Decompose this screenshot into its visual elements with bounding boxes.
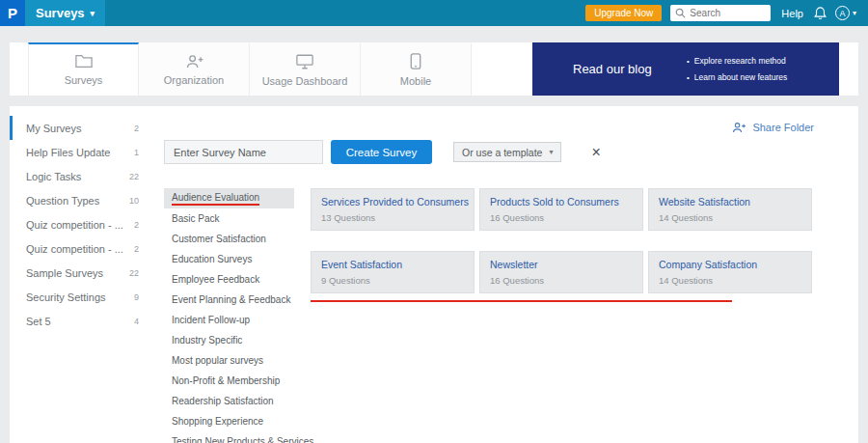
template-card-questions: 13 Questions [321,212,464,223]
sidebar-item-count: 4 [134,317,139,326]
person-plus-icon [731,122,746,133]
read-blog-banner[interactable]: Read our blog •Explore research method •… [532,42,839,96]
template-card-title: Website Satisfaction [659,196,801,208]
template-card-questions: 9 Questions [321,275,464,286]
sidebar-item-my-surveys[interactable]: My Surveys 2 [10,116,154,140]
account-menu[interactable]: A ▾ [835,6,856,20]
bullet-dot-icon: • [687,57,690,66]
sidebar-item-label: Set 5 [26,316,51,327]
template-card-questions: 16 Questions [490,275,633,286]
sidebar-item-question-types[interactable]: Question Types 10 [10,188,154,212]
sidebar-item-count: 22 [129,172,139,181]
help-link[interactable]: Help [781,8,803,19]
bullet-dot-icon: • [687,73,690,82]
share-folder-label: Share Folder [752,122,814,133]
template-card-questions: 14 Questions [659,212,801,223]
tab-label: Usage Dashboard [262,75,348,87]
create-survey-toolbar: Create Survey Or use a template ▾ × [164,140,601,164]
sidebar-item-logic-tasks[interactable]: Logic Tasks 22 [10,164,154,188]
global-search[interactable] [670,5,771,21]
chevron-down-icon: ▾ [91,9,95,18]
folders-sidebar: My Surveys 2 Help Files Update 1 Logic T… [10,116,154,333]
chevron-down-icon: ▾ [853,9,856,17]
category-testing-new-products[interactable]: Testing New Products & Services [164,431,294,443]
sidebar-item-count: 10 [129,196,139,206]
sidebar-item-quiz-competition-2[interactable]: Quiz competition - ... 2 [10,236,154,261]
sidebar-item-label: Sample Surveys [26,267,103,279]
tab-organization[interactable]: Organization [139,42,250,96]
template-category-list: Audience Evaluation Basic Pack Customer … [164,188,294,443]
top-bar: P Surveys ▾ Upgrade Now Help A ▾ [0,0,868,26]
sidebar-item-label: Logic Tasks [26,171,81,182]
tab-label: Mobile [400,75,431,87]
sidebar-item-count: 2 [134,244,139,254]
create-survey-button[interactable]: Create Survey [331,140,432,164]
tab-label: Surveys [65,74,103,86]
banner-bullet: •Learn about new features [687,72,787,82]
category-readership-satisfaction[interactable]: Readership Satisfaction [164,391,294,411]
template-card-title: Services Provided to Consumers [321,196,464,208]
sidebar-item-label: Quiz competition - ... [26,219,123,231]
tab-mobile[interactable]: Mobile [361,42,472,96]
template-card[interactable]: Website Satisfaction 14 Questions [648,188,812,231]
category-event-planning-feedback[interactable]: Event Planning & Feedback [164,290,294,310]
smartphone-icon [410,53,421,69]
template-card[interactable]: Services Provided to Consumers 13 Questi… [311,188,475,231]
template-card[interactable]: Newsletter 16 Questions [479,251,643,293]
tab-surveys[interactable]: Surveys [28,42,139,96]
people-plus-icon [184,54,204,69]
category-industry-specific[interactable]: Industry Specific [164,330,294,350]
template-dropdown-label: Or use a template [462,147,542,158]
product-menu[interactable]: Surveys ▾ [25,0,105,26]
sidebar-item-label: My Surveys [26,123,81,134]
search-input[interactable] [690,8,767,18]
sidebar-item-label: Help Files Update [26,147,110,158]
notifications-bell-icon[interactable] [814,6,827,20]
sidebar-item-count: 2 [134,124,139,133]
category-customer-satisfaction[interactable]: Customer Satisfaction [164,229,294,249]
banner-bullet: •Explore research method [687,56,787,66]
template-card[interactable]: Event Satisfaction 9 Questions [311,251,475,293]
category-basic-pack[interactable]: Basic Pack [164,208,294,229]
upgrade-now-button[interactable]: Upgrade Now [585,5,662,21]
category-audience-evaluation[interactable]: Audience Evaluation [164,188,294,208]
category-non-profit-membership[interactable]: Non-Profit & Membership [164,371,294,391]
share-folder-button[interactable]: Share Folder [731,122,814,133]
sidebar-item-count: 2 [134,220,139,230]
sidebar-item-count: 1 [134,148,139,157]
sidebar-item-help-files-update[interactable]: Help Files Update 1 [10,140,154,164]
template-card[interactable]: Products Sold to Consumers 16 Questions [479,188,643,231]
sidebar-item-label: Quiz competition - ... [26,243,123,255]
banner-bullets: •Explore research method •Learn about ne… [687,56,787,82]
category-education-surveys[interactable]: Education Surveys [164,249,294,269]
sidebar-item-label: Security Settings [26,291,106,303]
logo-letter: P [8,5,17,21]
category-most-popular-surveys[interactable]: Most popular surveys [164,350,294,371]
survey-name-input[interactable] [164,140,323,164]
main-panel: My Surveys 2 Help Files Update 1 Logic T… [10,106,858,443]
sidebar-item-security-settings[interactable]: Security Settings 9 [10,285,154,309]
app-logo[interactable]: P [0,0,25,26]
template-card[interactable]: Company Satisfaction 14 Questions [648,251,812,293]
search-icon [675,8,686,18]
close-icon[interactable]: × [591,145,600,160]
category-shopping-experience[interactable]: Shopping Experience [164,411,294,431]
product-menu-label: Surveys [36,6,85,20]
template-card-questions: 16 Questions [490,212,633,223]
tab-label: Organization [164,74,224,86]
folder-icon [75,54,93,69]
avatar: A [835,6,850,20]
sidebar-item-quiz-competition-1[interactable]: Quiz competition - ... 2 [10,212,154,236]
tab-bar: Surveys Organization Usage Dashboard Mob… [10,42,858,96]
sidebar-item-label: Question Types [26,195,99,207]
category-incident-follow-up[interactable]: Incident Follow-up [164,310,294,330]
banner-title: Read our blog [532,62,687,76]
template-card-title: Newsletter [490,259,633,270]
sidebar-item-sample-surveys[interactable]: Sample Surveys 22 [10,261,154,285]
category-employee-feedback[interactable]: Employee Feedback [164,269,294,290]
tab-usage-dashboard[interactable]: Usage Dashboard [250,42,361,96]
template-card-questions: 14 Questions [659,275,801,286]
template-card-title: Products Sold to Consumers [490,196,633,208]
sidebar-item-set-5[interactable]: Set 5 4 [10,309,154,333]
template-dropdown[interactable]: Or use a template ▾ [453,142,561,162]
